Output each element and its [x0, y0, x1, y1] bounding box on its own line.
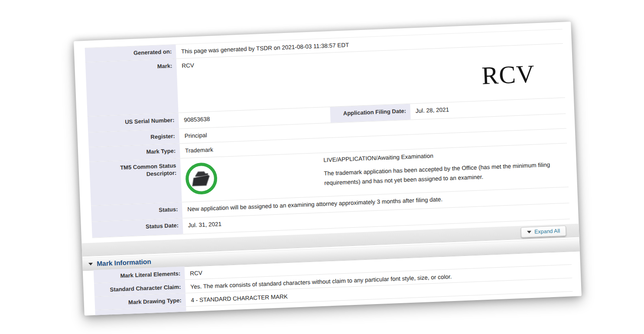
screenshot-stage: Generated on: This page was generated by… [0, 0, 644, 334]
open-folder-green-circle-icon [184, 161, 219, 196]
section-down-triangle-icon [88, 263, 93, 265]
tm5-status-description: The trademark application has been accep… [324, 160, 566, 188]
expand-all-label: Expand All [534, 228, 560, 235]
status-date-label: Status Date: [91, 218, 183, 237]
tm5-common-status-label: TM5 Common Status Descriptor: [89, 159, 182, 206]
down-triangle-icon [527, 231, 531, 233]
application-filing-date-label: Application Filing Date: [330, 104, 410, 123]
mark-specimen-image: RCV [481, 61, 535, 88]
tm5-label-line2: Descriptor: [146, 170, 176, 177]
status-summary-table: Generated on: This page was generated by… [85, 29, 570, 238]
tm5-status-descriptor: LIVE/APPLICATION/Awaiting Examination [323, 152, 433, 165]
tsdr-status-page: Generated on: This page was generated by… [74, 22, 582, 316]
mark-information-title: Mark Information [97, 258, 151, 268]
expand-all-button[interactable]: Expand All [521, 226, 566, 238]
mark-label: Mark: [85, 59, 179, 116]
